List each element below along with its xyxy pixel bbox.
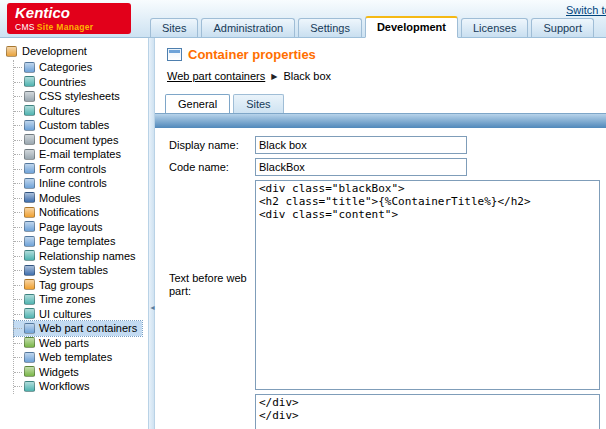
text-before-textarea[interactable]: <div class="blackBox"> <h2 class="title"… [255, 180, 600, 390]
sidebar-item-relationship-names[interactable]: Relationship names [14, 249, 141, 264]
sidebar-item-label: Page templates [39, 235, 115, 247]
switch-to-link[interactable]: Switch to [566, 4, 606, 16]
breadcrumb: Web part containers ▶ Black box [155, 67, 606, 91]
title-row: Container properties [155, 38, 606, 67]
countries-icon [24, 76, 35, 87]
sidebar-item-label: Form controls [39, 163, 106, 175]
sidebar-item-web-part-containers[interactable]: Web part containers [14, 321, 142, 336]
page-layouts-icon [24, 221, 35, 232]
inline-controls-icon [24, 178, 35, 189]
modules-icon [24, 192, 35, 203]
tabs-underline-bar [155, 113, 606, 128]
tree-root-label: Development [22, 45, 87, 57]
sidebar-item-notifications[interactable]: Notifications [14, 205, 104, 220]
sidebar-item-label: Web templates [39, 351, 112, 363]
tab-sites[interactable]: Sites [233, 94, 283, 113]
text-before-row: Text before web part: <div class="blackB… [169, 180, 606, 390]
sidebar-tree: Development Categories Countries CSS sty… [0, 38, 148, 429]
sidebar-item-label: System tables [39, 264, 108, 276]
display-name-input[interactable] [255, 136, 467, 154]
nav-tab-licenses[interactable]: Licenses [461, 18, 528, 37]
nav-tab-settings[interactable]: Settings [298, 18, 362, 37]
sidebar-item-label: Page layouts [39, 221, 103, 233]
sidebar-item-web-parts[interactable]: Web parts [14, 336, 94, 351]
sidebar-item-ui-cultures[interactable]: UI cultures [14, 307, 97, 322]
tree-items: Categories Countries CSS stylesheets Cul… [13, 60, 148, 394]
sidebar-item-label: Document types [39, 134, 118, 146]
splitter-collapse-icon[interactable]: ◄ [149, 304, 156, 311]
sidebar-item-countries[interactable]: Countries [14, 75, 91, 90]
tab-general[interactable]: General [165, 94, 230, 113]
document-types-icon [24, 134, 35, 145]
sidebar-item-label: Workflows [39, 380, 90, 392]
form-controls-icon [24, 163, 35, 174]
breadcrumb-arrow-icon: ▶ [271, 72, 277, 81]
splitter[interactable]: ◄ [148, 38, 155, 429]
sidebar-item-inline-controls[interactable]: Inline controls [14, 176, 112, 191]
sidebar-item-label: Web parts [39, 337, 89, 349]
breadcrumb-current: Black box [283, 70, 331, 82]
sidebar-item-label: Cultures [39, 105, 80, 117]
sidebar-item-workflows[interactable]: Workflows [14, 379, 95, 394]
relationship-names-icon [24, 250, 35, 261]
sidebar-item-modules[interactable]: Modules [14, 191, 86, 206]
sidebar-item-page-layouts[interactable]: Page layouts [14, 220, 108, 235]
container-properties-icon [167, 48, 182, 61]
workflows-icon [24, 381, 35, 392]
categories-icon [24, 62, 35, 73]
sidebar-item-custom-tables[interactable]: Custom tables [14, 118, 114, 133]
code-name-label: Code name: [169, 161, 255, 174]
top-header: Kentico CMSSite Manager Switch to Sites … [0, 0, 606, 38]
system-tables-icon [24, 265, 35, 276]
nav-tab-development[interactable]: Development [365, 16, 458, 38]
body-row: Development Categories Countries CSS sty… [0, 38, 606, 429]
sidebar-item-tag-groups[interactable]: Tag groups [14, 278, 98, 293]
sidebar-item-label: UI cultures [39, 308, 92, 320]
sidebar-item-widgets[interactable]: Widgets [14, 365, 84, 380]
content-tabs: General Sites [155, 91, 606, 113]
sidebar-item-cultures[interactable]: Cultures [14, 104, 85, 119]
sidebar-item-system-tables[interactable]: System tables [14, 263, 113, 278]
text-after-textarea[interactable]: </div> </div> [255, 394, 600, 429]
breadcrumb-link-web-part-containers[interactable]: Web part containers [167, 70, 265, 82]
sidebar-item-css-stylesheets[interactable]: CSS stylesheets [14, 89, 125, 104]
sidebar-item-label: Tag groups [39, 279, 93, 291]
sidebar-item-label: Modules [39, 192, 81, 204]
text-after-row: </div> </div> [169, 394, 606, 429]
top-nav-tabs: Sites Administration Settings Developmen… [150, 16, 594, 37]
sidebar-item-label: Web part containers [39, 322, 137, 334]
sidebar-item-web-templates[interactable]: Web templates [14, 350, 117, 365]
code-name-input[interactable] [255, 158, 467, 176]
sidebar-item-categories[interactable]: Categories [14, 60, 97, 75]
sidebar-item-time-zones[interactable]: Time zones [14, 292, 100, 307]
tag-groups-icon [24, 279, 35, 290]
web-part-containers-icon [24, 323, 35, 334]
sidebar-item-label: Countries [39, 76, 86, 88]
kentico-logo: Kentico CMSSite Manager [7, 3, 131, 34]
logo-product-suffix: Site Manager [37, 22, 94, 32]
sidebar-item-label: Notifications [39, 206, 99, 218]
logo-brand-text: Kentico [15, 5, 123, 22]
development-node-icon [6, 46, 17, 57]
nav-tab-sites[interactable]: Sites [150, 18, 198, 37]
sidebar-item-email-templates[interactable]: E-mail templates [14, 147, 126, 162]
sidebar-item-form-controls[interactable]: Form controls [14, 162, 111, 177]
sidebar-item-page-templates[interactable]: Page templates [14, 234, 120, 249]
sidebar-item-document-types[interactable]: Document types [14, 133, 123, 148]
tree-root-development[interactable]: Development [6, 43, 87, 60]
sidebar-item-label: Custom tables [39, 119, 109, 131]
time-zones-icon [24, 294, 35, 305]
app-window: Kentico CMSSite Manager Switch to Sites … [0, 0, 606, 429]
cultures-icon [24, 105, 35, 116]
display-name-label: Display name: [169, 139, 255, 152]
main-content: Container properties Web part containers… [155, 38, 606, 429]
sidebar-item-label: E-mail templates [39, 148, 121, 160]
display-name-row: Display name: [169, 136, 606, 154]
sidebar-item-label: Widgets [39, 366, 79, 378]
sidebar-item-label: Categories [39, 61, 92, 73]
page-templates-icon [24, 236, 35, 247]
notifications-icon [24, 207, 35, 218]
nav-tab-administration[interactable]: Administration [201, 18, 295, 37]
nav-tab-support[interactable]: Support [531, 18, 594, 37]
css-stylesheets-icon [24, 91, 35, 102]
